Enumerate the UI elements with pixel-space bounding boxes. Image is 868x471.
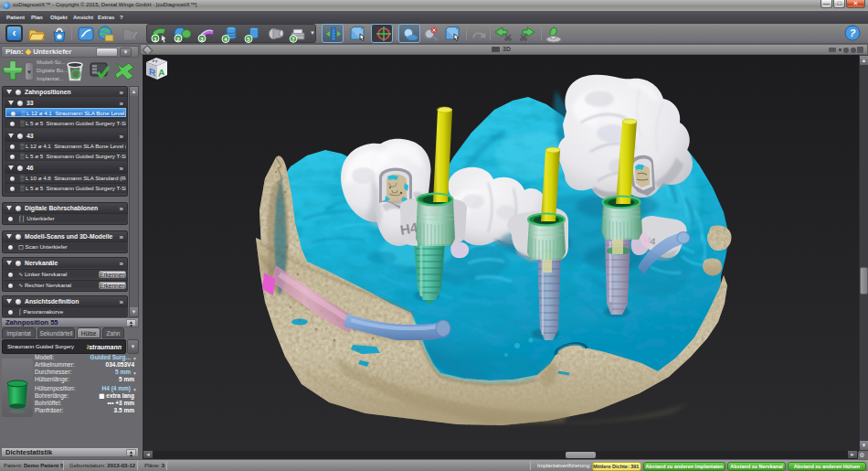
svg-text:?: ? <box>850 27 856 38</box>
